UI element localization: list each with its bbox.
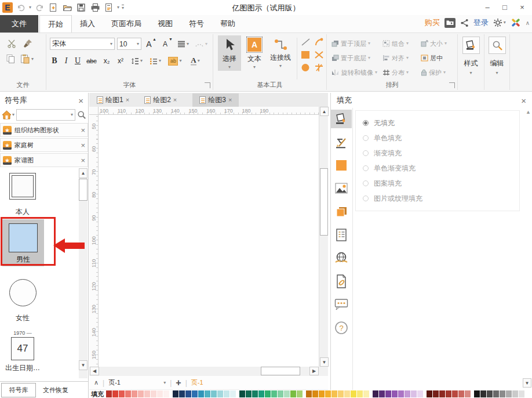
pagebar-collapse-icon[interactable]: ∧ [94, 379, 99, 386]
tab-file-recovery[interactable]: 文件恢复 [39, 386, 68, 395]
color-swatch[interactable] [325, 390, 331, 397]
shape-fill-color-icon[interactable] [331, 156, 352, 175]
color-swatch[interactable] [392, 390, 398, 397]
color-swatch[interactable] [385, 390, 391, 397]
fill-option-solid[interactable]: 单色填充 [356, 131, 519, 146]
menu-tab-pagelayout[interactable]: 页面布局 [103, 15, 150, 32]
color-swatch[interactable] [151, 390, 156, 397]
fill-option-texture[interactable]: 图片或纹理填充 [356, 191, 519, 206]
close-button[interactable]: × [513, 0, 531, 14]
strikethrough-button[interactable]: abc [84, 55, 99, 67]
doc-tab-close-icon[interactable]: × [173, 97, 177, 103]
image-icon[interactable] [331, 179, 352, 198]
color-swatch[interactable] [487, 390, 493, 397]
subscript-button[interactable]: x₂ [100, 55, 113, 67]
radio-icon[interactable] [363, 150, 369, 156]
color-swatch[interactable] [433, 390, 439, 397]
color-swatch[interactable] [224, 390, 229, 397]
color-swatch[interactable] [398, 390, 404, 397]
color-swatch[interactable] [331, 390, 337, 397]
canvas-hscrollbar[interactable]: ◀ ▶ [89, 367, 328, 376]
comment-icon[interactable] [331, 295, 352, 314]
fill-option-pattern[interactable]: 图案填充 [356, 176, 519, 191]
login-link[interactable]: 登录 [473, 17, 489, 28]
color-swatch[interactable] [465, 390, 471, 397]
color-swatch[interactable] [271, 390, 277, 397]
library-close-icon[interactable]: × [81, 142, 85, 149]
fill-tool-icon[interactable] [331, 110, 352, 128]
font-dialog-launcher[interactable] [205, 82, 210, 88]
doc-tab-close-icon[interactable]: × [228, 97, 232, 103]
scroll-up-icon[interactable]: ▲ [320, 107, 329, 116]
color-swatch[interactable] [379, 390, 385, 397]
text-arc-button[interactable]: ▾ [195, 38, 207, 50]
connector-tool-button[interactable]: 连接线 ▾ [268, 35, 293, 70]
edit-button[interactable]: 编辑 ▾ [484, 34, 509, 75]
color-swatch[interactable] [185, 390, 191, 397]
buy-link[interactable]: 购买 [425, 17, 440, 28]
notes-icon[interactable] [331, 226, 352, 244]
color-swatch[interactable] [338, 390, 344, 397]
line-shape-icon[interactable] [301, 38, 311, 46]
color-swatch[interactable] [480, 390, 486, 397]
color-swatch[interactable] [284, 390, 290, 397]
radio-icon[interactable] [363, 135, 369, 141]
send-to-back-button[interactable]: 置于底层▾ [331, 52, 382, 64]
menu-tab-symbols[interactable]: 符号 [181, 15, 212, 32]
color-swatch[interactable] [239, 390, 245, 397]
bring-to-front-button[interactable]: 置于顶层▾ [331, 38, 382, 49]
color-swatch[interactable] [211, 390, 217, 397]
color-swatch[interactable] [265, 390, 271, 397]
text-tool-button[interactable]: A 文本 ▾ [245, 35, 264, 71]
menu-tab-view[interactable]: 视图 [150, 15, 181, 32]
share-icon[interactable] [460, 19, 469, 27]
color-swatch[interactable] [163, 390, 169, 397]
sidebar-close-icon[interactable]: × [78, 96, 83, 105]
scroll-right-icon[interactable]: ▶ [309, 367, 319, 375]
layers-icon[interactable] [331, 202, 352, 221]
size-button[interactable]: 大小▾ [421, 38, 458, 49]
scroll-up-icon[interactable]: ▲ [79, 168, 88, 178]
select-tool-button[interactable]: 选择 ▾ [218, 35, 241, 71]
color-swatch[interactable] [411, 390, 417, 397]
menu-tab-help[interactable]: 帮助 [212, 15, 243, 32]
menu-tab-insert[interactable]: 插入 [72, 15, 103, 32]
color-swatch[interactable] [506, 390, 512, 397]
arrange-dialog-launcher[interactable] [449, 82, 455, 88]
color-swatch[interactable] [458, 390, 464, 397]
color-swatch[interactable] [512, 390, 518, 397]
scroll-down-icon[interactable]: ▼ [79, 360, 88, 370]
line-spacing-button[interactable]: ▾ [128, 55, 145, 67]
superscript-button[interactable]: x² [114, 55, 127, 67]
color-swatch[interactable] [192, 390, 198, 397]
scrollbar-thumb[interactable] [261, 367, 300, 375]
page-name-select[interactable]: 页-1 [108, 378, 159, 387]
color-swatch[interactable] [258, 390, 264, 397]
active-page-tab[interactable]: 页-1 [191, 378, 203, 387]
font-family-select[interactable]: 宋体▾ [50, 38, 115, 50]
color-swatch[interactable] [132, 390, 137, 397]
color-swatch[interactable] [119, 390, 125, 397]
grow-font-button[interactable]: A▲ [144, 38, 154, 50]
color-swatch[interactable] [363, 390, 369, 397]
radio-icon[interactable] [363, 196, 369, 201]
color-swatch[interactable] [357, 390, 363, 397]
color-swatch[interactable] [173, 390, 178, 397]
symbol-birthdate[interactable]: 1970 — 47 出生日期… [0, 330, 45, 373]
symbol-male[interactable]: 男性 [2, 219, 44, 266]
color-swatch[interactable] [312, 390, 318, 397]
color-swatch[interactable] [452, 390, 458, 397]
color-swatch[interactable] [405, 390, 410, 397]
library-item-orgchart[interactable]: ★ 组织结构图形状 × [0, 123, 88, 137]
attachment-icon[interactable] [331, 272, 352, 291]
fill-option-single-gradient[interactable]: 单色渐变填充 [356, 161, 519, 176]
style-button[interactable]: 样式 ▾ [458, 34, 484, 75]
distribute-button[interactable]: 分布▾ [382, 67, 421, 78]
symbol-self[interactable]: 本人 [0, 173, 45, 217]
scroll-left-icon[interactable]: ◀ [90, 367, 99, 375]
color-swatch[interactable] [112, 390, 118, 397]
ellipse-shape-icon[interactable] [301, 63, 311, 72]
center-button[interactable]: 居中 [421, 52, 458, 64]
text-highlight-button[interactable]: ab▾ [165, 55, 185, 67]
doc-tab-2[interactable]: 绘图2 × [140, 93, 181, 107]
